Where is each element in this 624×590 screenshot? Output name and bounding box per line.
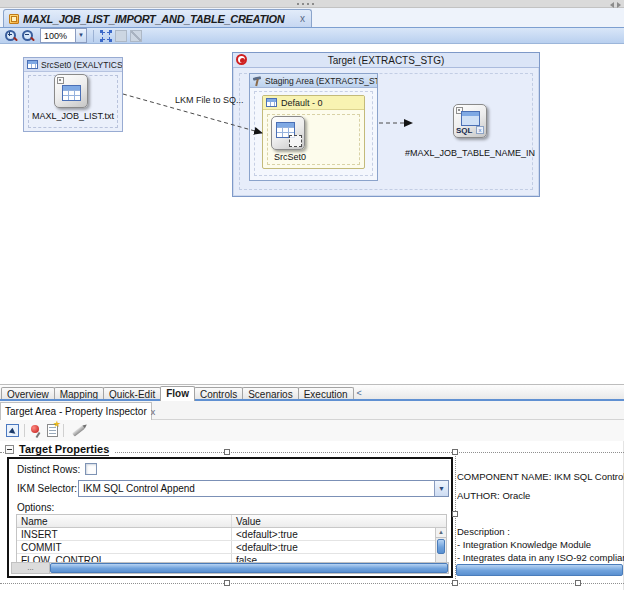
- staging-area-box[interactable]: Staging Area (EXTRACTS_ST Default - 0 Sr…: [249, 73, 378, 181]
- node-corner-icon: [57, 77, 64, 84]
- km-horizontal-scrollbar[interactable]: [456, 564, 623, 576]
- distinct-rows-checkbox[interactable]: [85, 463, 97, 475]
- zoom-level-value: 100%: [44, 31, 67, 41]
- editor-tab-bar: MAXL_JOB_LIST_IMPORT_AND_TABLE_CREATION …: [0, 8, 624, 27]
- datastore-glyph-icon: [62, 85, 81, 101]
- pushpin-icon[interactable]: [30, 424, 42, 438]
- table-row[interactable]: COMMIT <default>:true: [17, 541, 446, 554]
- scroll-up-icon[interactable]: ▲: [436, 528, 446, 538]
- chevron-down-icon[interactable]: ▼: [75, 29, 86, 42]
- pencil-icon: [72, 425, 85, 436]
- km-author: AUTHOR: Oracle: [457, 490, 624, 501]
- tab-target-area-property-inspector[interactable]: Target Area - Property Inspector x: [0, 402, 152, 420]
- option-value[interactable]: <default>:true: [232, 541, 446, 553]
- srcset-node-label: SrcSet0: [260, 152, 320, 162]
- selection-handle[interactable]: [224, 580, 230, 586]
- scrollbar-thumb[interactable]: [50, 563, 448, 573]
- zoom-in-icon[interactable]: [4, 29, 18, 43]
- source-set-box[interactable]: SrcSet0 (EXALYTICS_I MAXL_JOB_LIST.txt: [23, 57, 123, 132]
- target-title: Target (EXTRACTS_STG): [328, 55, 445, 66]
- km-description-title: Description :: [457, 526, 624, 537]
- chevron-down-icon[interactable]: ▼: [434, 481, 448, 496]
- interface-icon: [9, 14, 19, 24]
- collapse-node-icon: [115, 30, 127, 42]
- tab-execution[interactable]: Execution: [298, 387, 354, 401]
- record-red-icon: [236, 54, 247, 65]
- staging-area-header[interactable]: Staging Area (EXTRACTS_ST: [250, 74, 377, 88]
- options-table: Name Value INSERT <default>:true COMMIT …: [16, 514, 447, 565]
- default-group-box[interactable]: Default - 0 SrcSet0: [262, 95, 365, 169]
- tab-flow[interactable]: Flow: [160, 386, 195, 401]
- target-properties-panel: Distinct Rows: IKM Selector: IKM SQL Con…: [7, 457, 453, 578]
- editor-tab-title: MAXL_JOB_LIST_IMPORT_AND_TABLE_CREATION: [23, 13, 285, 25]
- close-icon[interactable]: x: [151, 407, 156, 417]
- star-glyph: ★: [53, 420, 61, 429]
- tab-mapping[interactable]: Mapping: [54, 387, 104, 401]
- fit-diagram-icon[interactable]: [100, 30, 112, 42]
- sql-node-label: #MAXL_JOB_TABLE_NAME_IN: [402, 148, 538, 158]
- zoom-level-select[interactable]: 100% ▼: [40, 28, 87, 43]
- hammer-icon: [252, 76, 262, 86]
- km-description-line: - Integrates data in any ISO-92 complian…: [457, 552, 624, 563]
- selection-dotted-line: [455, 452, 456, 583]
- selection-handle[interactable]: [452, 580, 458, 586]
- zoom-out-icon[interactable]: [21, 29, 35, 43]
- km-description-line: - Integration Knowledge Module: [457, 539, 624, 550]
- ikm-selector-label: IKM Selector:: [17, 483, 77, 494]
- property-inspector-tab-title: Target Area - Property Inspector: [5, 406, 147, 417]
- window-glyph-icon: [461, 111, 480, 126]
- lkm-link-label[interactable]: LKM File to SQ...: [175, 95, 244, 105]
- target-properties-section: Target Properties: [5, 443, 115, 456]
- tab-overview[interactable]: Overview: [1, 387, 55, 401]
- close-icon[interactable]: x: [299, 14, 306, 24]
- srcset-node-icon[interactable]: [271, 116, 305, 150]
- tab-scroll-back-icon[interactable]: <: [357, 386, 362, 401]
- note-star-icon[interactable]: ★: [47, 424, 58, 437]
- collapse-minus-icon[interactable]: [5, 445, 14, 454]
- ikm-selector-select[interactable]: IKM SQL Control Append ▼: [78, 480, 449, 497]
- toolbar-separator: [93, 30, 94, 42]
- options-horizontal-scrollbar[interactable]: ...: [11, 562, 449, 574]
- flow-diagram-canvas[interactable]: SrcSet0 (EXALYTICS_I MAXL_JOB_LIST.txt T…: [0, 44, 624, 384]
- target-header[interactable]: Target (EXTRACTS_STG): [233, 53, 539, 68]
- tab-maxl-job-list-interface[interactable]: MAXL_JOB_LIST_IMPORT_AND_TABLE_CREATION …: [3, 9, 312, 27]
- column-header-name: Name: [17, 515, 232, 527]
- selection-handle[interactable]: [452, 449, 458, 455]
- link-mode-icon: [130, 30, 142, 42]
- tab-quick-edit[interactable]: Quick-Edit: [103, 387, 161, 401]
- option-value[interactable]: <default>:true: [232, 528, 446, 540]
- source-file-node-icon[interactable]: [54, 74, 88, 108]
- odi-window: MAXL_JOB_LIST_IMPORT_AND_TABLE_CREATION …: [0, 0, 624, 590]
- default-group-title: Default - 0: [281, 98, 323, 108]
- property-inspector-tab-bar: Target Area - Property Inspector x: [0, 401, 624, 420]
- toolbar-separator: [24, 424, 25, 437]
- splitter-dots-icon[interactable]: [297, 3, 314, 5]
- tab-scenarios[interactable]: Scenarios: [242, 387, 298, 401]
- selection-dotted-line: [0, 583, 624, 584]
- table-vertical-scrollbar[interactable]: ▲: [435, 528, 446, 564]
- source-set-title: SrcSet0 (EXALYTICS_I: [41, 60, 122, 70]
- property-inspector-toolbar: ★: [0, 420, 624, 441]
- selection-handle[interactable]: [575, 580, 581, 586]
- tab-controls[interactable]: Controls: [194, 387, 243, 401]
- selection-handle[interactable]: [452, 511, 458, 517]
- scrollbar-thumb[interactable]: [437, 539, 445, 554]
- sql-text: SQL: [456, 126, 472, 135]
- options-table-header: Name Value: [17, 515, 446, 528]
- default-group-header[interactable]: Default - 0: [263, 96, 364, 110]
- column-header-value: Value: [232, 515, 446, 527]
- scrollbar-left-box[interactable]: ...: [12, 563, 50, 573]
- ikm-selector-value: IKM SQL Control Append: [83, 483, 195, 494]
- table-row[interactable]: INSERT <default>:true: [17, 528, 446, 541]
- section-title: Target Properties: [19, 443, 109, 456]
- selection-handle[interactable]: [224, 449, 230, 455]
- sql-table-node-icon[interactable]: SQL x: [453, 104, 487, 138]
- top-splitter-bar[interactable]: [0, 0, 624, 8]
- distinct-rows-label: Distinct Rows:: [17, 464, 80, 475]
- options-label: Options:: [17, 502, 54, 513]
- sql-x-icon: x: [476, 126, 484, 134]
- target-box[interactable]: Target (EXTRACTS_STG) Staging Area (EXTR…: [232, 52, 540, 197]
- source-set-header[interactable]: SrcSet0 (EXALYTICS_I: [24, 58, 122, 72]
- select-arrow-icon[interactable]: [6, 424, 19, 437]
- option-name: COMMIT: [17, 541, 232, 553]
